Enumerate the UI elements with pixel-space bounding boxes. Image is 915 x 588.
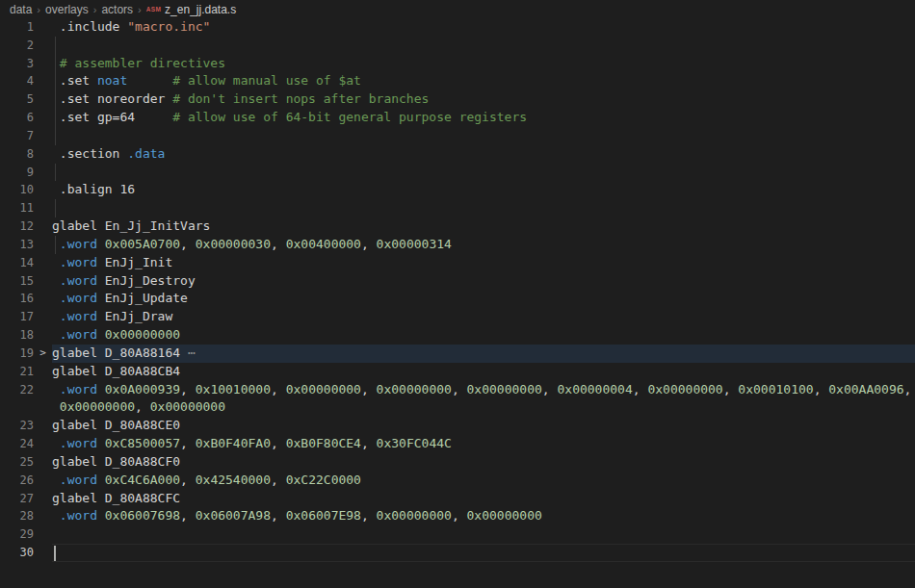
line-number[interactable]: 18 [0, 326, 34, 345]
breadcrumb-item-overlays[interactable]: overlays [45, 3, 89, 16]
code-token: , [452, 508, 467, 523]
line-content[interactable]: .word 0x005A0700, 0x00000030, 0x00400000… [52, 236, 915, 254]
fold-gutter [34, 37, 52, 55]
line-content[interactable]: glabel D_80A88CB4 [52, 363, 915, 381]
code-line[interactable]: 23glabel D_80A88CE0 [0, 417, 915, 435]
breadcrumb-item-data[interactable]: data [10, 3, 32, 16]
code-line[interactable]: 19>glabel D_80A88164 ⋯ [0, 345, 915, 363]
line-content[interactable] [52, 127, 915, 145]
code-line[interactable]: 21glabel D_80A88CB4 [0, 363, 915, 381]
code-line[interactable]: 22 .word 0x0A000939, 0x10010000, 0x00000… [0, 381, 915, 399]
breadcrumb-file-name[interactable]: z_en_jj.data.s [165, 3, 236, 16]
code-line[interactable]: 2 [0, 37, 915, 55]
line-number[interactable]: 26 [0, 472, 34, 490]
line-number[interactable]: 6 [0, 109, 34, 127]
code-line[interactable]: 25glabel D_80A88CF0 [0, 453, 915, 472]
line-number[interactable]: 7 [0, 127, 34, 145]
code-line[interactable]: 3 # assembler directives [0, 55, 915, 73]
line-content[interactable]: glabel D_80A88CE0 [52, 417, 915, 435]
line-content[interactable]: glabel D_80A88164 ⋯ [52, 345, 915, 363]
line-number[interactable]: 19 [0, 345, 34, 363]
line-content[interactable]: .word 0xC4C6A000, 0x42540000, 0xC22C0000 [52, 472, 915, 490]
line-number[interactable]: 1 [0, 18, 34, 37]
code-line[interactable]: 9 [0, 164, 915, 182]
fold-gutter [34, 472, 52, 490]
line-content[interactable]: .set gp=64 # allow use of 64-bit general… [52, 109, 915, 127]
fold-gutter [34, 145, 52, 164]
code-token: # allow use of 64-bit general purpose re… [135, 110, 527, 124]
code-line[interactable]: 14 .word EnJj_Init [0, 254, 915, 272]
code-line[interactable]: 6 .set gp=64 # allow use of 64-bit gener… [0, 109, 915, 127]
line-number[interactable]: 17 [0, 308, 34, 326]
line-number[interactable]: 9 [0, 164, 34, 182]
line-content[interactable]: .balign 16 [52, 181, 915, 199]
code-line[interactable]: 27glabel D_80A88CFC [0, 490, 915, 508]
line-content[interactable] [52, 164, 915, 182]
breadcrumb-item-actors[interactable]: actors [101, 3, 133, 16]
code-line[interactable]: 28 .word 0x06007698, 0x06007A98, 0x06007… [0, 507, 915, 525]
code-line[interactable]: 24 .word 0xC8500057, 0xB0F40FA0, 0xB0F80… [0, 435, 915, 453]
line-content[interactable] [52, 525, 915, 544]
code-line[interactable]: 7 [0, 127, 915, 145]
line-number[interactable]: 4 [0, 72, 34, 90]
code-line[interactable]: 29 [0, 525, 915, 544]
line-content[interactable]: 0x00000000, 0x00000000 [52, 398, 915, 417]
code-line[interactable]: 1 .include "macro.inc" [0, 18, 915, 37]
line-number[interactable]: 27 [0, 490, 34, 508]
line-content[interactable]: glabel D_80A88CF0 [52, 453, 915, 472]
fold-chevron-icon[interactable]: > [34, 345, 52, 363]
code-line[interactable]: 8 .section .data [0, 145, 915, 164]
line-content[interactable]: glabel D_80A88CFC [52, 490, 915, 508]
line-number[interactable]: 29 [0, 525, 34, 544]
code-line[interactable]: 10 .balign 16 [0, 181, 915, 199]
line-content[interactable]: .word 0xC8500057, 0xB0F40FA0, 0xB0F80CE4… [52, 435, 915, 453]
code-line[interactable]: 5 .set noreorder # don't insert nops aft… [0, 90, 915, 109]
line-number[interactable]: 16 [0, 290, 34, 308]
code-line[interactable]: 15 .word EnJj_Destroy [0, 272, 915, 291]
line-content[interactable]: .word 0x0A000939, 0x10010000, 0x00000000… [52, 381, 915, 399]
line-content[interactable] [52, 544, 915, 562]
code-line[interactable]: 13 .word 0x005A0700, 0x00000030, 0x00400… [0, 236, 915, 254]
code-line[interactable]: 16 .word EnJj_Update [0, 290, 915, 308]
line-number[interactable]: 22 [0, 381, 34, 399]
code-line-wrap[interactable]: 0x00000000, 0x00000000 [0, 398, 915, 417]
line-number[interactable]: 30 [0, 544, 34, 562]
line-number[interactable]: 2 [0, 37, 34, 55]
line-number[interactable]: 25 [0, 453, 34, 472]
line-number[interactable]: 28 [0, 507, 34, 525]
code-line[interactable]: 12glabel En_Jj_InitVars [0, 217, 915, 236]
line-content[interactable]: .set noat # allow manual use of $at [52, 72, 915, 90]
line-content[interactable]: .word 0x00000000 [52, 326, 915, 345]
line-content[interactable]: glabel En_Jj_InitVars [52, 217, 915, 236]
line-number[interactable]: 21 [0, 363, 34, 381]
line-number[interactable]: 14 [0, 254, 34, 272]
line-content[interactable]: .word EnJj_Init [52, 254, 915, 272]
line-number[interactable]: 13 [0, 236, 34, 254]
line-content[interactable]: .word EnJj_Destroy [52, 272, 915, 291]
line-number[interactable]: 12 [0, 217, 34, 236]
line-number[interactable]: 5 [0, 90, 34, 109]
code-line[interactable]: 30 [0, 544, 915, 562]
line-content[interactable] [52, 199, 915, 217]
code-line[interactable]: 17 .word EnJj_Draw [0, 308, 915, 326]
line-content[interactable]: .word 0x06007698, 0x06007A98, 0x06007E98… [52, 507, 915, 525]
line-number[interactable]: 23 [0, 417, 34, 435]
line-content[interactable]: .include "macro.inc" [52, 18, 915, 37]
code-line[interactable]: 4 .set noat # allow manual use of $at [0, 72, 915, 90]
line-number[interactable]: 15 [0, 272, 34, 291]
line-number[interactable]: 3 [0, 55, 34, 73]
code-token: 0x00000030 [196, 237, 271, 251]
code-line[interactable]: 18 .word 0x00000000 [0, 326, 915, 345]
code-line[interactable]: 26 .word 0xC4C6A000, 0x42540000, 0xC22C0… [0, 472, 915, 490]
line-content[interactable] [52, 37, 915, 55]
line-number[interactable]: 11 [0, 199, 34, 217]
code-line[interactable]: 11 [0, 199, 915, 217]
line-number[interactable]: 10 [0, 181, 34, 199]
line-content[interactable]: # assembler directives [52, 55, 915, 73]
line-content[interactable]: .word EnJj_Update [52, 290, 915, 308]
line-content[interactable]: .section .data [52, 145, 915, 164]
line-content[interactable]: .set noreorder # don't insert nops after… [52, 90, 915, 109]
line-content[interactable]: .word EnJj_Draw [52, 308, 915, 326]
line-number[interactable]: 8 [0, 145, 34, 164]
line-number[interactable]: 24 [0, 435, 34, 453]
